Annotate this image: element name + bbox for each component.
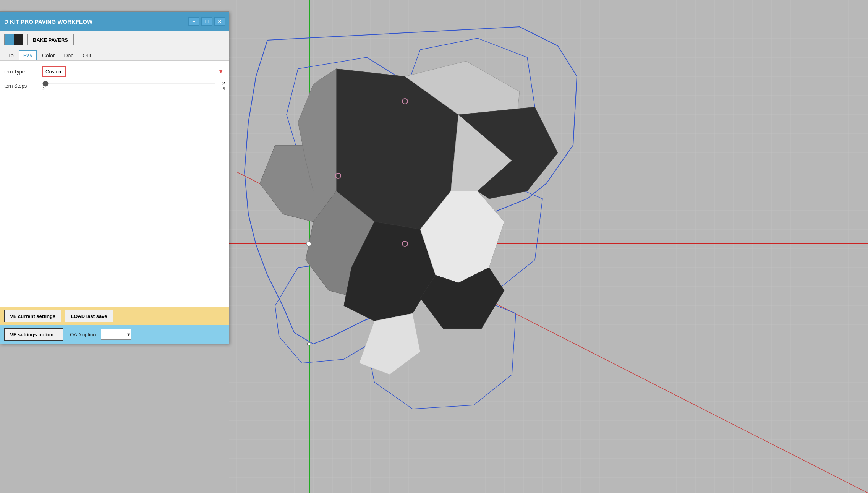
save-load-bar: VE current settings LOAD last save [0,307,229,325]
pattern-type-select-wrapper: Custom ▼ [42,66,225,77]
tab-pav[interactable]: Pav [19,50,37,60]
load-last-button[interactable]: LOAD last save [65,310,113,322]
dropdown-arrow-icon: ▼ [218,68,223,75]
svg-point-83 [307,342,310,345]
svg-point-81 [306,242,311,246]
bake-pavers-button[interactable]: BAKE PAVERS [27,34,74,45]
save-current-button[interactable]: VE current settings [4,310,61,322]
slider-container: 2 2 8 [42,81,225,91]
pattern-steps-value: 2 [219,81,225,86]
tab-to[interactable]: To [4,51,18,60]
load-option-select[interactable] [101,329,131,340]
panel-window: D KIT PRO PAVING WORKFLOW − □ ✕ BAKE PAV… [0,11,229,344]
save-option-button[interactable]: VE settings option... [4,328,63,341]
close-button[interactable]: ✕ [214,17,225,26]
minimize-button[interactable]: − [188,17,199,26]
pattern-steps-label: tern Steps [4,83,39,89]
slider-min-label: 2 [42,86,45,91]
option-bar: VE settings option... LOAD option: ▼ [0,325,229,344]
color-swatch[interactable] [4,34,23,45]
pattern-type-row: tern Type Custom ▼ [4,66,225,77]
panel-content: tern Type Custom ▼ tern Steps 2 2 8 [0,61,229,307]
tab-color[interactable]: Color [38,51,58,60]
pattern-steps-slider[interactable] [42,83,216,84]
toolbar: BAKE PAVERS [0,31,229,49]
tab-doc[interactable]: Doc [60,51,77,60]
pattern-steps-row: tern Steps 2 2 8 [4,81,225,91]
load-option-label: LOAD option: [67,332,97,337]
title-bar-controls: − □ ✕ [188,17,225,26]
slider-range-labels: 2 8 [42,86,225,91]
slider-row: 2 [42,81,225,86]
maximize-button[interactable]: □ [201,17,212,26]
tab-bar: To Pav Color Doc Out [0,49,229,61]
load-option-select-wrapper: ▼ [101,329,131,340]
title-bar: D KIT PRO PAVING WORKFLOW − □ ✕ [0,12,229,31]
pattern-type-label: tern Type [4,69,39,75]
tab-out[interactable]: Out [79,51,95,60]
pattern-type-select[interactable]: Custom [42,66,66,77]
window-title: D KIT PRO PAVING WORKFLOW [4,18,92,25]
slider-max-label: 8 [223,86,225,91]
